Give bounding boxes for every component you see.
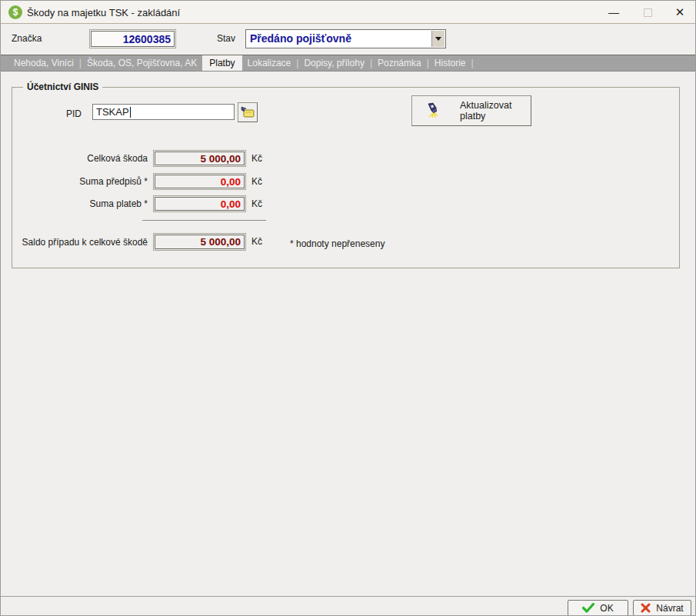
tab-historie[interactable]: Historie bbox=[429, 55, 471, 71]
tab-poznamka[interactable]: Poznámka bbox=[372, 55, 427, 71]
update-payments-button[interactable]: Aktualizovat platby bbox=[411, 95, 531, 126]
navrat-button-label: Návrat bbox=[656, 603, 683, 614]
znacka-field: 12600385 bbox=[89, 29, 176, 48]
ok-button-label: OK bbox=[600, 603, 613, 614]
sum-separator-line bbox=[142, 220, 266, 221]
pid-value: TSKAP bbox=[96, 106, 129, 118]
pid-input[interactable]: TSKAP bbox=[92, 104, 235, 120]
app-icon: $ bbox=[8, 5, 22, 19]
note-tag-icon bbox=[241, 106, 255, 118]
stav-label: Stav bbox=[217, 33, 235, 44]
maximize-icon bbox=[644, 8, 652, 17]
znacka-value: 12600385 bbox=[91, 31, 175, 47]
groupbox-ucetnictvi-ginis: Účetnictví GINIS PID TSKAP bbox=[12, 87, 680, 268]
suma-plateb-label: Suma plateb * bbox=[12, 198, 148, 209]
title-bar: $ Škody na majetku TSK - zakládání — ✕ bbox=[1, 1, 695, 24]
pid-label: PID bbox=[58, 108, 82, 119]
saldo-label: Saldo případu k celkové škodě bbox=[12, 237, 148, 248]
pid-browse-button[interactable] bbox=[238, 102, 258, 122]
tab-nehoda-vinici[interactable]: Nehoda, Viníci bbox=[8, 55, 79, 71]
currency-label: Kč bbox=[251, 153, 262, 164]
suma-predpisu-field: 0,00 bbox=[153, 173, 246, 190]
x-icon bbox=[641, 603, 651, 613]
ok-button[interactable]: OK bbox=[568, 600, 628, 616]
pen-sparkle-icon bbox=[426, 102, 443, 119]
chevron-down-icon bbox=[435, 37, 441, 41]
currency-label: Kč bbox=[251, 176, 262, 187]
tab-platby[interactable]: Platby bbox=[202, 55, 241, 71]
stav-selected-value: Předáno pojišťovně bbox=[250, 32, 430, 45]
stav-dropdown-button[interactable] bbox=[431, 31, 445, 47]
celkova-skoda-field: 5 000,00 bbox=[153, 150, 246, 167]
footer-divider bbox=[1, 596, 695, 597]
suma-plateb-value: 0,00 bbox=[155, 197, 245, 211]
currency-label: Kč bbox=[251, 236, 262, 247]
stav-dropdown[interactable]: Předáno pojišťovně bbox=[245, 29, 446, 48]
suma-plateb-field: 0,00 bbox=[153, 195, 246, 212]
currency-label: Kč bbox=[251, 198, 262, 209]
znacka-label: Značka bbox=[12, 33, 42, 44]
check-icon bbox=[582, 603, 594, 613]
window-title: Škody na majetku TSK - zakládání bbox=[27, 7, 180, 18]
suma-predpisu-value: 0,00 bbox=[155, 175, 245, 188]
minimize-button[interactable]: — bbox=[602, 3, 625, 22]
groupbox-title: Účetnictví GINIS bbox=[23, 82, 102, 92]
update-payments-label: Aktualizovat platby bbox=[460, 100, 531, 122]
text-caret bbox=[130, 107, 131, 118]
navrat-button[interactable]: Návrat bbox=[633, 600, 691, 616]
celkova-skoda-label: Celková škoda bbox=[12, 153, 148, 164]
close-button[interactable]: ✕ bbox=[668, 3, 691, 22]
values-not-transferred-note: * hodnoty nepřeneseny bbox=[290, 238, 385, 249]
celkova-skoda-value: 5 000,00 bbox=[155, 152, 245, 165]
saldo-value: 5 000,00 bbox=[155, 235, 245, 249]
saldo-field: 5 000,00 bbox=[153, 233, 246, 251]
tab-strip: Nehoda, Viníci | Škoda, OS, Pojišťovna, … bbox=[1, 55, 695, 72]
tab-separator: | bbox=[471, 55, 474, 71]
dialog-window: $ Škody na majetku TSK - zakládání — ✕ Z… bbox=[0, 0, 696, 616]
suma-predpisu-label: Suma předpisů * bbox=[12, 176, 148, 187]
tab-lokalizace[interactable]: Lokalizace bbox=[242, 55, 297, 71]
tab-skoda-os-pojistovna-ak[interactable]: Škoda, OS, Pojišťovna, AK bbox=[82, 55, 202, 71]
tab-dopisy-prilohy[interactable]: Dopisy, přílohy bbox=[298, 55, 369, 71]
maximize-button[interactable] bbox=[636, 3, 659, 22]
